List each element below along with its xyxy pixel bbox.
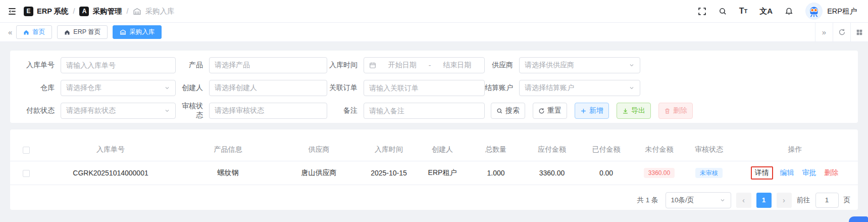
- column-header-actions: 操作: [732, 139, 858, 161]
- search-icon: [496, 108, 503, 114]
- edit-link[interactable]: 编辑: [780, 168, 794, 176]
- open-tabs: 首页 ERP 首页 采购入库: [16, 25, 815, 39]
- tab-home[interactable]: 首页: [16, 25, 52, 39]
- notification-bell-icon[interactable]: [785, 7, 793, 16]
- settlement-account-select[interactable]: 请选择结算账户: [519, 80, 640, 96]
- chevron-down-icon: [164, 108, 170, 114]
- home-icon: [64, 29, 70, 35]
- tab-label: 采购入库: [129, 28, 155, 36]
- payment-status-select[interactable]: 请选择有款状态: [61, 103, 176, 119]
- select-placeholder: 请选择供供应商: [525, 61, 574, 70]
- date-end-placeholder: 结束日期: [435, 61, 479, 70]
- button-label: 新增: [589, 106, 603, 115]
- filter-label-payment-status: 付款状态: [10, 106, 61, 115]
- column-header-order-no: 入库单号: [42, 139, 179, 161]
- breadcrumb-label: ERP 系统: [37, 7, 69, 16]
- audit-status-badge: 未审核: [695, 168, 723, 178]
- breadcrumb-item-purchase-inbound: 采购入库: [133, 7, 174, 16]
- font-size-big-letter: T: [739, 7, 744, 16]
- inbound-date-range-picker[interactable]: 开始日期 - 结束日期: [364, 57, 485, 73]
- tab-label: 首页: [32, 28, 45, 36]
- breadcrumb-item-erp-system[interactable]: E ERP 系统: [24, 7, 69, 16]
- row-checkbox[interactable]: [23, 170, 30, 177]
- next-page-button[interactable]: ›: [777, 193, 792, 208]
- sidebar-fold-icon[interactable]: [7, 7, 17, 16]
- remark-input[interactable]: [364, 103, 485, 119]
- refresh-icon: [538, 108, 545, 114]
- page-size-select[interactable]: 10条/页: [666, 192, 731, 208]
- detail-link[interactable]: 详情: [751, 166, 773, 180]
- plus-icon: [580, 108, 587, 114]
- tabs-scroll-right-icon[interactable]: »: [815, 23, 833, 41]
- tab-layout-grid-icon[interactable]: [850, 23, 868, 41]
- button-label: 删除: [673, 106, 687, 115]
- table-row: CGRK20251014000001 螺纹钢 唐山供应商 2025-10-15 …: [10, 161, 858, 185]
- cell-product: 螺纹钢: [179, 161, 277, 185]
- tab-controls: »: [815, 23, 868, 41]
- home-icon: [23, 29, 29, 35]
- warehouse-icon: [133, 7, 141, 16]
- main-content: 入库单号 产品 请选择产品 入库时间 开始日期 - 结束日期 供应商: [0, 42, 868, 210]
- breadcrumb-separator: /: [73, 7, 75, 15]
- table-panel: 入库单号 产品信息 供应商 入库时间 创建人 总数量 应付金额 已付金额 未付金…: [10, 129, 858, 210]
- warehouse-select[interactable]: 请选择仓库: [61, 80, 176, 96]
- column-header-unpaid: 未付金额: [633, 139, 686, 161]
- pagination: 共 1 条 10条/页 ‹ 1 › 前往 页: [18, 192, 850, 208]
- column-header-inbound-time: 入库时间: [361, 139, 417, 161]
- column-header-paid: 已付金额: [580, 139, 633, 161]
- fullscreen-icon[interactable]: [698, 7, 706, 16]
- filter-label-remark: 备注: [327, 106, 364, 115]
- cell-payable: 3360.00: [524, 161, 580, 185]
- search-button[interactable]: 搜索: [491, 103, 525, 119]
- user-name: ERP租户: [827, 7, 857, 16]
- avatar: [805, 3, 823, 20]
- tab-bar: « 首页 ERP 首页 采购入库 »: [0, 23, 868, 42]
- reset-button[interactable]: 重置: [533, 103, 567, 119]
- select-placeholder: 请选择产品: [215, 61, 250, 70]
- inbound-orders-table: 入库单号 产品信息 供应商 入库时间 创建人 总数量 应付金额 已付金额 未付金…: [10, 139, 858, 185]
- select-placeholder: 请选择创建人: [215, 83, 257, 93]
- export-button[interactable]: 导出: [617, 103, 651, 119]
- delete-link[interactable]: 删除: [824, 168, 838, 176]
- approve-link[interactable]: 审批: [802, 168, 816, 176]
- column-header-total-qty: 总数量: [468, 139, 524, 161]
- tab-purchase-inbound[interactable]: 采购入库: [113, 25, 162, 39]
- cell-inbound-time: 2025-10-15: [361, 161, 417, 185]
- user-menu[interactable]: ERP租户: [805, 3, 857, 20]
- tab-erp-home[interactable]: ERP 首页: [57, 25, 108, 39]
- unpaid-amount-badge: 3360.00: [644, 168, 675, 178]
- assistant-floating-button[interactable]: [849, 216, 868, 222]
- breadcrumb-item-purchase-management[interactable]: A 采购管理: [79, 7, 122, 16]
- delete-button[interactable]: 删除: [658, 103, 693, 119]
- tabs-scroll-left-icon[interactable]: «: [4, 28, 16, 36]
- prev-page-button[interactable]: ‹: [736, 193, 751, 208]
- filter-label-supplier: 供应商: [485, 61, 519, 70]
- purchase-management-logo: A: [79, 7, 89, 16]
- trash-icon: [664, 108, 671, 114]
- add-button[interactable]: 新增: [575, 103, 609, 119]
- filter-label-related-order: 关联订单: [327, 83, 364, 93]
- select-all-checkbox[interactable]: [23, 147, 30, 154]
- goto-page-input[interactable]: [815, 193, 839, 208]
- page-1-button[interactable]: 1: [756, 193, 772, 208]
- page-unit-label: 页: [844, 196, 851, 205]
- chevron-down-icon: [720, 197, 726, 203]
- translate-icon[interactable]: 文A: [759, 7, 773, 16]
- product-select[interactable]: 请选择产品: [209, 57, 327, 73]
- search-icon[interactable]: [719, 7, 727, 16]
- audit-status-select[interactable]: 请选择审核状态: [209, 103, 327, 119]
- related-order-input[interactable]: [364, 80, 485, 96]
- breadcrumb-label: 采购入库: [145, 7, 174, 16]
- creator-select[interactable]: 请选择创建人: [209, 80, 327, 96]
- filter-label-order-no: 入库单号: [10, 61, 61, 70]
- refresh-tab-icon[interactable]: [833, 23, 850, 41]
- date-start-placeholder: 开始日期: [380, 61, 425, 70]
- font-size-icon[interactable]: TT: [739, 7, 748, 16]
- select-placeholder: 请选择审核状态: [215, 106, 264, 115]
- page-size-value: 10条/页: [671, 196, 694, 205]
- chevron-down-icon: [164, 85, 170, 91]
- warehouse-icon: [120, 29, 126, 35]
- supplier-select[interactable]: 请选择供供应商: [519, 57, 640, 73]
- calendar-icon: [369, 62, 376, 69]
- order-no-input[interactable]: [61, 57, 176, 73]
